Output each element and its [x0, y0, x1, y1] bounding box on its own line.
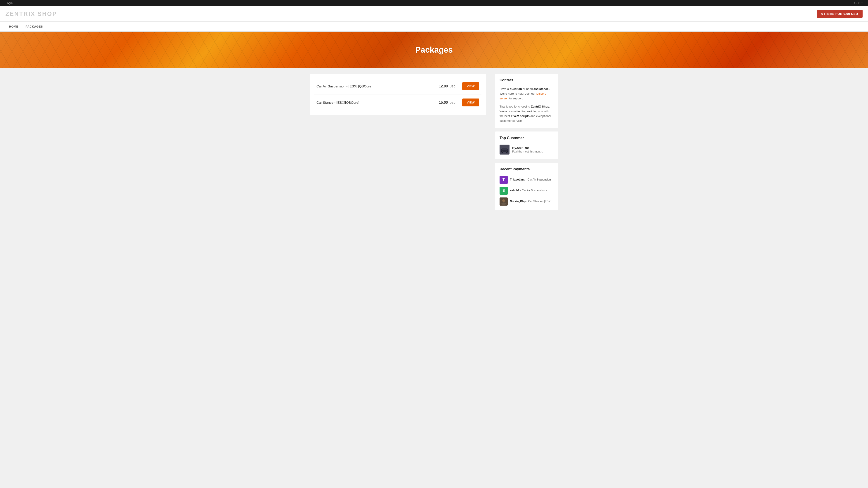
customer-info: RyZzen_00 Paid the most this month.: [512, 146, 543, 153]
contact-assistance: assistance: [533, 87, 549, 91]
payment-avatar-2: S: [500, 187, 508, 195]
payment-info-2: sebbb2 - Car Air Suspension -: [510, 189, 547, 193]
top-bar: Login USD ▾: [0, 0, 868, 6]
svg-point-5: [502, 151, 503, 152]
recent-payments-card: Recent Payments T ThiagoLima - Car Air S…: [495, 163, 558, 210]
payment-avatar-1: T: [500, 176, 508, 184]
zentrix-name: ZentriX Shop: [531, 105, 549, 108]
svg-rect-2: [502, 148, 507, 150]
payment-user-2: sebbb2: [510, 189, 520, 192]
packages-section: Car Air Suspension - [ESX] [QBCore] 12.0…: [310, 74, 486, 115]
contact-text-2: Thank you for choosing ZentriX Shop. We'…: [500, 104, 554, 123]
page-wrapper: Car Air Suspension - [ESX] [QBCore] 12.0…: [0, 68, 868, 488]
package-name-1: Car Air Suspension - [ESX] [QBCore]: [316, 84, 439, 88]
site-nav: HOME PACKAGES: [0, 22, 868, 32]
nav-packages[interactable]: PACKAGES: [22, 22, 46, 31]
price-num-2: 15.00: [439, 101, 448, 104]
payment-item-1: T ThiagoLima - Car Air Suspension -: [500, 176, 554, 184]
fivem-scripts: FiveM scripts: [511, 114, 530, 118]
payment-item-3: Nobrin_Play - Car Stance - [ESX]: [500, 197, 554, 205]
contact-card: Contact Have a question or need assistan…: [495, 74, 558, 128]
currency-selector[interactable]: USD ▾: [855, 1, 863, 5]
login-link[interactable]: Login: [5, 1, 13, 5]
hero-banner: Packages: [0, 32, 868, 68]
recent-payments-title: Recent Payments: [500, 167, 554, 173]
customer-desc: Paid the most this month.: [512, 150, 543, 153]
cart-button[interactable]: 0 ITEMS FOR 0.00 USD: [817, 10, 863, 18]
contact-title: Contact: [500, 78, 554, 84]
top-customer-title: Top Customer: [500, 136, 554, 142]
package-name-2: Car Stance - [ESX][QBCore]: [316, 101, 439, 104]
package-price-2: 15.00 USD: [439, 101, 456, 105]
content-row: Car Air Suspension - [ESX] [QBCore] 12.0…: [310, 68, 558, 216]
package-item-1: Car Air Suspension - [ESX] [QBCore] 12.0…: [314, 78, 482, 94]
payment-item-2: S sebbb2 - Car Air Suspension -: [500, 187, 554, 195]
page-title: Packages: [415, 45, 453, 55]
svg-point-9: [501, 202, 506, 205]
price-num-1: 12.00: [439, 84, 448, 88]
contact-text: Have a question or need assistance? We'r…: [500, 87, 554, 101]
svg-point-6: [506, 151, 507, 152]
customer-name: RyZzen_00: [512, 146, 543, 150]
recent-payments-list: T ThiagoLima - Car Air Suspension - S se…: [500, 176, 554, 205]
contact-question: question: [510, 87, 522, 91]
payment-avatar-3: [500, 197, 508, 205]
chevron-down-icon: ▾: [862, 2, 863, 4]
customer-avatar-img: [500, 144, 509, 155]
payment-desc-3: - Car Stance - [ESX]: [526, 200, 551, 203]
discord-link[interactable]: Discord server: [500, 92, 546, 100]
currency-label: USD: [855, 1, 861, 5]
package-price-1: 12.00 USD: [439, 84, 456, 88]
sidebar: Contact Have a question or need assistan…: [495, 74, 558, 210]
payment-user-3: Nobrin_Play: [510, 200, 526, 203]
top-customer-row: RyZzen_00 Paid the most this month.: [500, 144, 554, 155]
payment-desc-2: - Car Air Suspension -: [520, 189, 547, 192]
site-header: ZENTRIX SHOP 0 ITEMS FOR 0.00 USD: [0, 6, 868, 22]
payment-info-3: Nobrin_Play - Car Stance - [ESX]: [510, 199, 551, 203]
top-customer-card: Top Customer: [495, 131, 558, 159]
svg-point-8: [502, 199, 505, 202]
customer-avatar: [500, 144, 509, 155]
view-button-1[interactable]: VIEW: [462, 82, 479, 90]
price-currency-2: USD: [450, 101, 455, 104]
nav-home[interactable]: HOME: [5, 22, 22, 31]
payment-user-1: ThiagoLima: [510, 178, 525, 181]
site-logo: ZENTRIX SHOP: [5, 10, 57, 18]
view-button-2[interactable]: VIEW: [462, 98, 479, 106]
price-currency-1: USD: [450, 85, 455, 88]
payment-info-1: ThiagoLima - Car Air Suspension -: [510, 178, 553, 182]
package-item-2: Car Stance - [ESX][QBCore] 15.00 USD VIE…: [314, 94, 482, 110]
payment-desc-1: - Car Air Suspension -: [525, 178, 553, 181]
